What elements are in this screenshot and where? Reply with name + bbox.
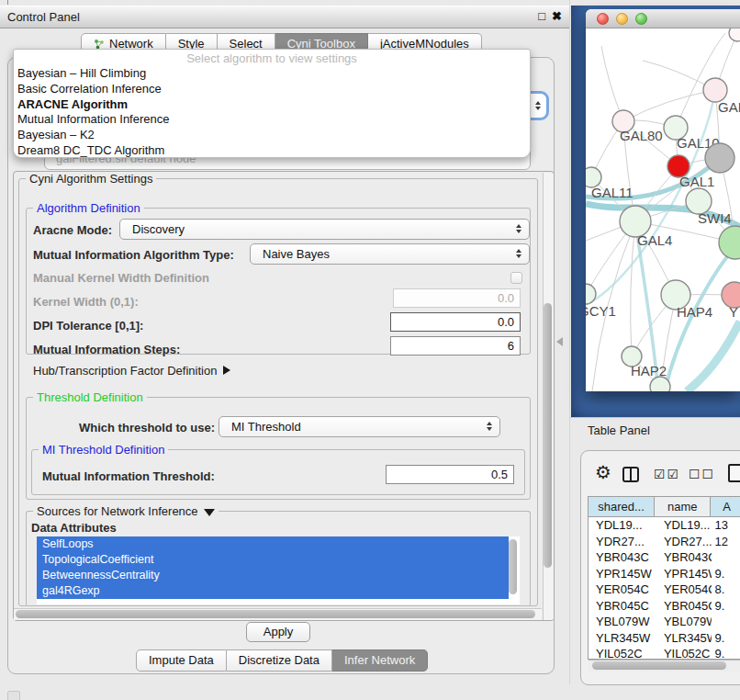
kernel-width-field[interactable]: 0.0: [393, 288, 521, 308]
gear-icon[interactable]: ⚙: [595, 462, 611, 482]
attribute-item-selfloops[interactable]: SelfLoops: [37, 536, 509, 552]
table-cell: 12: [712, 534, 740, 550]
dropdown-item-aracne-algorithm[interactable]: ARACNE Algorithm: [17, 97, 526, 113]
table-row[interactable]: YER054CYER054C8.: [589, 581, 740, 598]
table-cell: [712, 614, 740, 630]
attribute-item-betweennesscentrality[interactable]: BetweennessCentrality: [37, 568, 509, 583]
graph-node[interactable]: [729, 28, 740, 41]
table-cell: 8.: [712, 581, 740, 598]
table-row[interactable]: YPR145WYPR145W9.: [589, 566, 740, 582]
attribute-item-gal4rgexp[interactable]: gal4RGexp: [37, 583, 509, 599]
hub-expander-label: Hub/Transcription Factor Definition: [33, 364, 217, 378]
table-cell: YBR045C: [589, 598, 655, 615]
mi-algorithm-type-select[interactable]: Naive Bayes: [250, 243, 530, 265]
graph-node[interactable]: [650, 377, 670, 391]
column-header-name[interactable]: name: [655, 497, 711, 516]
dpi-tolerance-label: DPI Tolerance [0,1]:: [33, 319, 143, 333]
graph-node-label: GAL1: [679, 174, 714, 189]
table-row[interactable]: YBR043CYBR043C: [589, 549, 740, 566]
table-row[interactable]: YBL079WYBL079W: [589, 614, 740, 630]
tab-impute-data[interactable]: Impute Data: [136, 649, 227, 672]
which-threshold-select[interactable]: MI Threshold: [219, 416, 500, 437]
data-attributes-list[interactable]: SelfLoopsTopologicalCoefficientBetweenne…: [37, 536, 520, 604]
mi-algorithm-type-value: Naive Bayes: [263, 247, 330, 261]
table-cell: YBL079W: [655, 614, 712, 630]
spinner-arrows-icon: [487, 422, 492, 431]
mi-steps-field[interactable]: 6: [390, 336, 521, 356]
graph-node-label: GAL80: [620, 128, 663, 143]
table-cell: YBL079W: [589, 614, 655, 630]
algorithm-definition-legend: Algorithm Definition: [33, 201, 144, 215]
minimize-traffic-light-icon[interactable]: [616, 13, 628, 25]
kernel-width-label: Kernel Width (0,1):: [33, 295, 139, 309]
apply-button[interactable]: Apply: [246, 622, 310, 642]
table-cell: YBR043C: [655, 549, 712, 566]
network-window-titlebar[interactable]: [586, 9, 740, 28]
which-threshold-label: Which threshold to use:: [79, 421, 215, 435]
close-window-icon[interactable]: ✖: [552, 9, 562, 23]
table-cell: YIL052C: [589, 646, 655, 660]
deselect-all-checkboxes-icon[interactable]: ☐☐: [689, 467, 715, 481]
select-all-checkboxes-icon[interactable]: ☑☑: [654, 467, 680, 481]
table-cell: [712, 549, 740, 566]
spinner-arrows-icon: [535, 101, 541, 110]
mi-steps-label: Mutual Information Steps:: [33, 343, 180, 356]
table-row[interactable]: YBR045CYBR045C9.: [589, 598, 740, 615]
table-cell: 13: [712, 517, 740, 534]
node-table[interactable]: shared...nameA YDL19...YDL19...13YDR27..…: [588, 496, 740, 660]
dropdown-item-basic-correlation-inference[interactable]: Basic Correlation Inference: [17, 82, 526, 97]
table-cell: YBR043C: [589, 549, 655, 566]
graph-node-label: HAP4: [677, 304, 712, 320]
zoom-traffic-light-icon[interactable]: [635, 13, 647, 25]
table-cell: 9.: [712, 646, 740, 660]
mi-threshold-field[interactable]: 0.5: [386, 465, 514, 484]
table-row[interactable]: YDL19...YDL19...13: [589, 517, 740, 534]
close-traffic-light-icon[interactable]: [597, 13, 609, 25]
network-graph[interactable]: GALGAL80GAL10GAL1GAL11SWI4GAL4GCY1HAP4YH…: [586, 28, 740, 391]
tab-label: Discretize Data: [239, 650, 320, 671]
graph-node-label: Y: [729, 304, 738, 320]
window-grip[interactable]: [7, 691, 20, 700]
data-attributes-label: Data Attributes: [31, 521, 117, 535]
settings-hscroll-thumb[interactable]: [16, 610, 535, 618]
mi-threshold-label: Mutual Information Threshold:: [42, 469, 215, 483]
table-cell: YLR345W: [589, 630, 655, 647]
hub-expander[interactable]: Hub/Transcription Factor Definition: [33, 364, 230, 378]
expanded-arrow-icon: [204, 509, 215, 516]
table-hscroll-thumb[interactable]: [592, 661, 726, 670]
column-header-shared[interactable]: shared...: [589, 497, 655, 516]
table-cell: YIL052C: [655, 646, 712, 660]
table-cell: YDR27...: [589, 534, 655, 550]
table-row[interactable]: YDR27...YDR27...12: [589, 534, 740, 550]
splitter-collapse-icon[interactable]: [556, 337, 563, 346]
attribute-item-topologicalcoefficient[interactable]: TopologicalCoefficient: [37, 552, 509, 568]
dpi-tolerance-field[interactable]: 0.0: [390, 312, 521, 332]
graph-node[interactable]: [705, 143, 734, 173]
attributes-list-scrollbar[interactable]: [509, 539, 517, 594]
spinner-arrows-icon: [516, 249, 521, 258]
table-row[interactable]: YLR345WYLR345W9.: [589, 630, 740, 647]
table-header-row: shared...nameA: [589, 497, 740, 517]
dropdown-item-dream8-dc-tdc-algorithm[interactable]: Dream8 DC_TDC Algorithm: [17, 143, 526, 159]
dropdown-item-bayesian-hill-climbing[interactable]: Bayesian – Hill Climbing: [17, 66, 526, 82]
tab-discretize-data[interactable]: Discretize Data: [227, 649, 332, 672]
aracne-mode-value: Discovery: [132, 222, 185, 236]
table-panel-divider: [570, 417, 740, 418]
column-view-icon[interactable]: [622, 467, 639, 482]
column-header-a[interactable]: A: [711, 497, 740, 516]
manual-kernel-checkbox[interactable]: [510, 272, 522, 284]
graph-node-label: GCY1: [586, 303, 616, 319]
dropdown-item-bayesian-k2[interactable]: Bayesian – K2: [17, 128, 526, 143]
table-cell: YER054C: [589, 581, 655, 598]
tab-infer-network[interactable]: Infer Network: [332, 649, 428, 672]
float-window-icon[interactable]: □: [538, 9, 545, 23]
table-cell: 9.: [712, 566, 740, 582]
aracne-mode-select[interactable]: Discovery: [119, 219, 530, 240]
partial-table-icon[interactable]: [728, 464, 740, 482]
graph-node-swi4[interactable]: [719, 226, 740, 259]
table-row[interactable]: YIL052CYIL052C9.: [589, 646, 740, 660]
dropdown-item-mutual-information-inference[interactable]: Mutual Information Inference: [17, 112, 526, 128]
settings-vscroll-thumb[interactable]: [544, 303, 552, 568]
sources-expander[interactable]: Sources for Network Inference: [33, 504, 219, 518]
frame-mark: [7, 0, 8, 5]
